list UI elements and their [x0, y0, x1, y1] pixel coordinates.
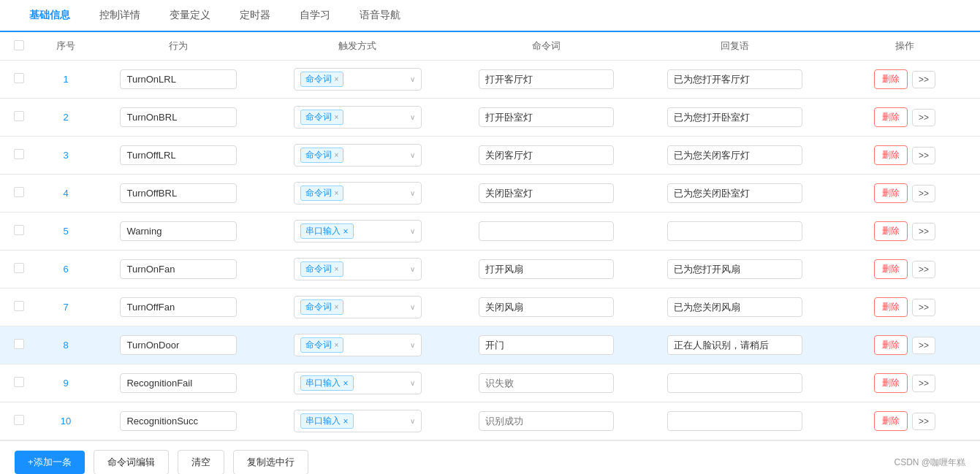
reply-input-2[interactable]	[667, 107, 802, 127]
trigger-select-4[interactable]: 命令词 ×∨	[294, 182, 422, 204]
detail-button-1[interactable]: >>	[912, 71, 935, 88]
trigger-select-3[interactable]: 命令词 ×∨	[294, 144, 422, 167]
row-checkbox-10[interactable]	[14, 415, 24, 425]
behavior-input-10[interactable]	[120, 411, 237, 431]
command-input-8[interactable]	[479, 335, 614, 355]
clear-button[interactable]: 清空	[178, 450, 224, 474]
trigger-select-10[interactable]: 串口输入 ×∨	[294, 410, 422, 432]
row-checkbox-3[interactable]	[14, 149, 24, 159]
trigger-tag-close-10[interactable]: ×	[343, 416, 349, 427]
reply-input-5[interactable]	[667, 221, 802, 241]
delete-button-2[interactable]: 删除	[874, 107, 908, 127]
behavior-input-3[interactable]	[120, 145, 237, 165]
reply-input-3[interactable]	[667, 145, 802, 165]
row-checkbox-6[interactable]	[14, 263, 24, 273]
trigger-arrow-6: ∨	[410, 265, 415, 273]
reply-input-6[interactable]	[667, 259, 802, 279]
detail-button-6[interactable]: >>	[912, 261, 935, 278]
tab-bar: 基础信息 控制详情 变量定义 定时器 自学习 语音导航	[0, 0, 980, 32]
copy-selected-button[interactable]: 复制选中行	[233, 450, 308, 474]
detail-button-7[interactable]: >>	[912, 299, 935, 316]
reply-input-8[interactable]	[667, 335, 802, 355]
trigger-select-6[interactable]: 命令词 ×∨	[294, 258, 422, 280]
tab-voice-nav[interactable]: 语音导航	[345, 0, 415, 31]
reply-input-7[interactable]	[667, 297, 802, 317]
row-num-6: 6	[37, 251, 94, 288]
trigger-select-8[interactable]: 命令词 ×∨	[294, 334, 422, 356]
behavior-input-7[interactable]	[120, 297, 237, 317]
action-cell-8: 删除>>	[835, 335, 974, 355]
delete-button-4[interactable]: 删除	[874, 183, 908, 203]
trigger-tag-close-4[interactable]: ×	[335, 189, 339, 197]
trigger-tag-close-6[interactable]: ×	[335, 265, 339, 273]
command-input-1[interactable]	[479, 69, 614, 89]
command-input-4[interactable]	[479, 183, 614, 203]
behavior-input-5[interactable]	[120, 221, 237, 241]
behavior-input-2[interactable]	[120, 107, 237, 127]
detail-button-4[interactable]: >>	[912, 185, 935, 202]
trigger-tag-close-3[interactable]: ×	[335, 151, 339, 159]
tab-variable-def[interactable]: 变量定义	[155, 0, 225, 31]
behavior-input-6[interactable]	[120, 259, 237, 279]
command-input-3[interactable]	[479, 145, 614, 165]
trigger-tag-close-8[interactable]: ×	[335, 341, 339, 349]
add-row-button[interactable]: +添加一条	[15, 451, 85, 474]
row-checkbox-2[interactable]	[14, 111, 24, 121]
command-input-5[interactable]	[479, 221, 614, 241]
row-checkbox-7[interactable]	[14, 301, 24, 311]
trigger-tag-close-1[interactable]: ×	[335, 75, 339, 83]
delete-button-1[interactable]: 删除	[874, 69, 908, 89]
command-input-2[interactable]	[479, 107, 614, 127]
command-input-9[interactable]	[479, 373, 614, 393]
trigger-select-5[interactable]: 串口输入 ×∨	[294, 220, 422, 242]
tab-timer[interactable]: 定时器	[225, 0, 285, 31]
command-input-7[interactable]	[479, 297, 614, 317]
command-input-6[interactable]	[479, 259, 614, 279]
delete-button-7[interactable]: 删除	[874, 297, 908, 317]
delete-button-9[interactable]: 删除	[874, 373, 908, 393]
select-all-checkbox[interactable]	[14, 40, 24, 50]
reply-input-10[interactable]	[667, 411, 802, 431]
behavior-input-9[interactable]	[120, 373, 237, 393]
detail-button-2[interactable]: >>	[912, 109, 935, 126]
tab-control-detail[interactable]: 控制详情	[85, 0, 155, 31]
row-checkbox-5[interactable]	[14, 225, 24, 235]
action-cell-5: 删除>>	[835, 221, 974, 241]
detail-button-9[interactable]: >>	[912, 375, 935, 392]
table-row: 5串口输入 ×∨删除>>	[0, 213, 980, 251]
reply-input-9[interactable]	[667, 373, 802, 393]
row-checkbox-1[interactable]	[14, 73, 24, 83]
detail-button-5[interactable]: >>	[912, 223, 935, 240]
col-header-command: 命令词	[452, 32, 641, 61]
tab-basic-info[interactable]: 基础信息	[15, 0, 85, 32]
row-checkbox-4[interactable]	[14, 187, 24, 197]
trigger-tag-close-9[interactable]: ×	[343, 378, 349, 389]
trigger-select-7[interactable]: 命令词 ×∨	[294, 296, 422, 318]
behavior-input-4[interactable]	[120, 183, 237, 203]
trigger-tag-close-2[interactable]: ×	[335, 113, 339, 121]
detail-button-8[interactable]: >>	[912, 337, 935, 354]
command-input-10[interactable]	[479, 411, 614, 431]
trigger-tag-close-7[interactable]: ×	[335, 303, 339, 311]
detail-button-10[interactable]: >>	[912, 413, 935, 430]
trigger-select-2[interactable]: 命令词 ×∨	[294, 106, 422, 129]
delete-button-5[interactable]: 删除	[874, 221, 908, 241]
trigger-select-1[interactable]: 命令词 ×∨	[294, 68, 422, 91]
behavior-input-8[interactable]	[120, 335, 237, 355]
trigger-tag-close-5[interactable]: ×	[343, 226, 349, 237]
reply-input-4[interactable]	[667, 183, 802, 203]
col-header-trigger: 触发方式	[263, 32, 451, 61]
delete-button-8[interactable]: 删除	[874, 335, 908, 355]
reply-input-1[interactable]	[667, 69, 802, 89]
delete-button-10[interactable]: 删除	[874, 411, 908, 431]
row-checkbox-8[interactable]	[14, 339, 24, 349]
trigger-select-9[interactable]: 串口输入 ×∨	[294, 372, 422, 394]
delete-button-6[interactable]: 删除	[874, 259, 908, 279]
row-checkbox-9[interactable]	[14, 377, 24, 387]
tab-self-learn[interactable]: 自学习	[285, 0, 345, 31]
trigger-arrow-9: ∨	[410, 379, 415, 387]
delete-button-3[interactable]: 删除	[874, 145, 908, 165]
command-edit-button[interactable]: 命令词编辑	[94, 450, 169, 474]
detail-button-3[interactable]: >>	[912, 147, 935, 164]
behavior-input-1[interactable]	[120, 69, 237, 89]
